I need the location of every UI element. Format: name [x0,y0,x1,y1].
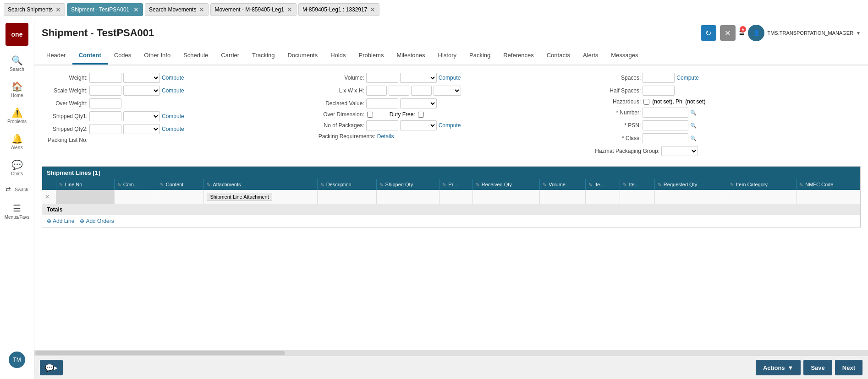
shipped-qty2-unit-select[interactable] [123,124,160,134]
tab-documents[interactable]: Documents [281,47,324,65]
volume-compute-link[interactable]: Compute [439,75,461,81]
spaces-input[interactable] [643,73,675,83]
scrollbar-thumb[interactable] [35,351,285,355]
hazardous-checkbox[interactable] [643,99,649,105]
sidebar-item-switch[interactable]: ⇄ Switch [0,182,34,197]
edit-icon[interactable]: ✎ [476,182,479,187]
number-search-icon[interactable]: 🔍 [690,110,697,116]
weight-input[interactable] [89,73,121,83]
currency-select[interactable] [400,98,437,108]
sidebar-item-chats[interactable]: 💬 Chats [0,156,34,180]
packing-details-link[interactable]: Details [377,133,394,140]
tab-carrier[interactable]: Carrier [214,47,246,65]
sidebar-item-user-icon[interactable]: TM [7,348,27,372]
tab-codes[interactable]: Codes [108,47,138,65]
duty-free-checkbox[interactable] [418,112,424,118]
edit-icon[interactable]: ✎ [207,182,210,187]
edit-icon[interactable]: ✎ [658,182,661,187]
edit-icon[interactable]: ✎ [320,182,324,187]
save-button[interactable]: Save [803,360,832,375]
tab-history[interactable]: History [432,47,463,65]
refresh-button[interactable]: ↻ [701,25,716,41]
edit-icon[interactable]: ✎ [543,182,546,187]
tab-search-movements[interactable]: Search Movements ✕ [145,3,209,16]
packages-compute-link[interactable]: Compute [439,122,461,129]
sidebar-item-alerts[interactable]: 🔔 Alerts [0,130,34,154]
actions-button[interactable]: Actions ▼ [756,360,801,375]
edit-icon[interactable]: ✎ [799,182,803,187]
edit-icon[interactable]: ✎ [379,182,383,187]
tab-problems[interactable]: Problems [352,47,390,65]
chat-button[interactable]: 💬 ▶ [40,360,63,375]
sidebar-item-home[interactable]: 🏠 Home [0,77,34,102]
psn-input[interactable] [643,120,688,130]
tab-shipment-testpsa001[interactable]: ✕ [67,3,143,16]
tab-packing[interactable]: Packing [463,47,497,65]
over-dimension-checkbox[interactable] [367,112,373,118]
close-tab-icon[interactable]: ✕ [370,6,375,13]
volume-unit-select[interactable] [400,73,437,83]
sidebar-item-menus[interactable]: ☰ Menus/Favs [0,199,34,223]
tab-milestones[interactable]: Milestones [390,47,431,65]
shipped-qty1-input[interactable] [89,111,121,121]
weight-unit-select[interactable] [123,73,160,83]
tab-header[interactable]: Header [40,47,72,65]
horizontal-scrollbar[interactable] [34,350,868,356]
psn-search-icon[interactable]: 🔍 [690,123,697,129]
lwh-unit-select[interactable] [434,86,461,96]
tab-references[interactable]: References [497,47,540,65]
l-input[interactable] [366,86,387,96]
tab-search-shipments[interactable]: Search Shipments ✕ [4,3,65,16]
half-spaces-input[interactable] [643,86,675,96]
over-weight-input[interactable] [89,98,121,108]
scale-weight-input[interactable] [89,86,121,96]
shipped-qty1-compute-link[interactable]: Compute [162,113,184,119]
tab-leg1-1332917[interactable]: M-859405-Leg1 : 1332917 ✕ [298,3,379,16]
tab-schedule[interactable]: Schedule [177,47,214,65]
close-button[interactable]: ✕ [720,25,736,41]
close-tab-icon[interactable]: ✕ [287,6,292,13]
edit-icon[interactable]: ✎ [623,182,626,187]
delete-row-icon[interactable]: ✕ [45,194,49,200]
class-search-icon[interactable]: 🔍 [690,135,697,141]
close-tab-icon[interactable]: ✕ [55,6,61,13]
hazmat-group-select[interactable] [661,146,698,156]
next-button[interactable]: Next [835,360,863,375]
weight-compute-link[interactable]: Compute [162,75,184,81]
tab-holds[interactable]: Holds [324,47,352,65]
tab-tracking[interactable]: Tracking [246,47,281,65]
add-orders-link[interactable]: ⊕ Add Orders [80,218,114,224]
tab-content[interactable]: Content [72,47,108,65]
tab-other-info[interactable]: Other Info [137,47,177,65]
w-input[interactable] [389,86,409,96]
shipped-qty2-input[interactable] [89,124,121,134]
scale-weight-compute-link[interactable]: Compute [162,87,184,94]
tab-messages[interactable]: Messages [604,47,644,65]
number-input[interactable] [643,108,688,118]
close-tab-icon[interactable]: ✕ [199,6,204,13]
sidebar-item-search[interactable]: 🔍 Search [0,51,34,76]
declared-value-input[interactable] [366,98,398,108]
tab-contacts[interactable]: Contacts [540,47,577,65]
edit-icon[interactable]: ✎ [59,182,63,187]
shipped-qty1-unit-select[interactable] [123,111,160,121]
edit-icon[interactable]: ✎ [442,182,446,187]
tab-alerts[interactable]: Alerts [577,47,604,65]
spaces-compute-link[interactable]: Compute [676,75,699,81]
tab-movement-m859405[interactable]: Movement - M-859405-Leg1 ✕ [210,3,296,16]
shipped-qty2-compute-link[interactable]: Compute [162,126,184,132]
class-input[interactable] [643,133,688,143]
close-tab-icon[interactable]: ✕ [133,6,139,13]
edit-icon[interactable]: ✎ [117,182,121,187]
sidebar-item-problems[interactable]: ⚠️ Problems [0,103,34,128]
h-input[interactable] [411,86,432,96]
tab-input-shipment[interactable] [71,6,131,13]
edit-icon[interactable]: ✎ [730,182,734,187]
add-line-link[interactable]: ⊕ Add Line [47,218,74,224]
edit-icon[interactable]: ✎ [160,182,164,187]
no-of-packages-input[interactable] [366,120,398,130]
packages-unit-select[interactable] [400,120,437,130]
user-dropdown-arrow[interactable]: ▼ [856,31,861,36]
volume-input[interactable] [366,73,398,83]
scale-weight-unit-select[interactable] [123,86,160,96]
